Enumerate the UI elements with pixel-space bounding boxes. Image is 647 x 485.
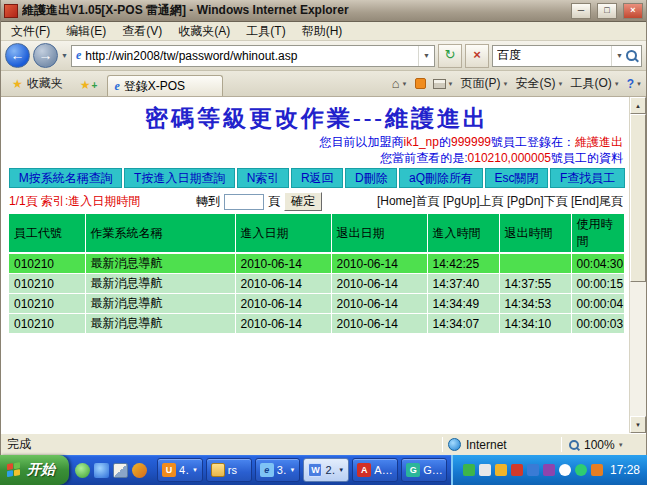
refresh-button[interactable]: ↻ <box>438 44 462 68</box>
forward-button[interactable]: → <box>33 43 58 68</box>
address-dropdown-icon[interactable]: ▼ <box>418 46 430 66</box>
windows-logo-icon <box>7 461 22 478</box>
maximize-button[interactable]: □ <box>597 3 617 19</box>
feed-icon <box>415 78 426 89</box>
confirm-button[interactable]: 確定 <box>284 192 322 211</box>
tray-icon-4[interactable] <box>511 464 523 476</box>
btn-index[interactable]: N索引 <box>237 168 289 188</box>
search-dropdown-icon[interactable]: ▼ <box>611 46 623 66</box>
cell: 00:00:04 <box>571 294 625 314</box>
tab-xpos-login[interactable]: e 登錄X-POS <box>107 75 223 96</box>
task-internet-explorer[interactable]: e 3 Interne... ▼ <box>255 458 301 482</box>
address-bar[interactable]: e ▼ <box>71 45 435 67</box>
search-icon[interactable] <box>623 48 641 64</box>
close-button[interactable]: × <box>623 3 643 19</box>
session-row[interactable]: 010210 最新消息導航 2010-06-14 2010-06-14 14:3… <box>9 314 625 334</box>
btn-delete[interactable]: D刪除 <box>345 168 397 188</box>
cell: 2010-06-14 <box>331 314 427 334</box>
start-button[interactable]: 开始 <box>0 455 69 485</box>
cell: 2010-06-14 <box>235 294 331 314</box>
col-usage-time: 使用時間 <box>571 214 625 253</box>
cell: 最新消息導航 <box>85 274 235 294</box>
minimize-button[interactable]: ─ <box>571 3 591 19</box>
taskbar-clock[interactable]: 17:28 <box>607 463 640 477</box>
quicklaunch-show-desktop-icon[interactable] <box>113 463 128 478</box>
favorites-button[interactable]: ★ 收藏夹 <box>5 73 70 96</box>
feeds-button[interactable] <box>415 78 426 89</box>
tray-icon-2[interactable] <box>479 464 491 476</box>
btn-find-employee[interactable]: F查找員工 <box>550 168 625 188</box>
search-input[interactable] <box>493 49 611 63</box>
safety-menu-button[interactable]: 安全(S) ▼ <box>515 75 563 92</box>
tray-icon-5[interactable] <box>527 464 539 476</box>
print-button[interactable]: ▼ <box>433 79 454 89</box>
btn-search-by-date[interactable]: T按進入日期查詢 <box>124 168 235 188</box>
quicklaunch-ie-icon[interactable] <box>94 463 109 478</box>
session-row[interactable]: 010210 最新消息導航 2010-06-14 2010-06-14 14:3… <box>9 294 625 314</box>
tray-icon-1[interactable] <box>463 464 475 476</box>
login-info-text: 您目前以加盟商 <box>320 135 404 149</box>
help-menu-button[interactable]: ? ▼ <box>627 77 642 91</box>
tray-icon-9[interactable] <box>591 464 603 476</box>
zone-label: Internet <box>466 438 507 452</box>
page-menu-button[interactable]: 页面(P) ▼ <box>461 75 509 92</box>
quicklaunch-media-icon[interactable] <box>132 463 147 478</box>
address-input[interactable] <box>85 49 414 63</box>
titlebar[interactable]: 維護進出V1.05[X-POS 雷通網] - Windows Internet … <box>1 0 646 22</box>
session-row[interactable]: 010210 最新消息導航 2010-06-14 2010-06-14 14:4… <box>9 253 625 274</box>
action-toolbar: M按系統名稱查詢 T按進入日期查詢 N索引 R返回 D刪除 aQ刪除所有 Esc… <box>9 168 625 188</box>
page-content: 密碼等級更改作業---維護進出 您目前以加盟商ik1_np的999999號員工登… <box>1 96 646 433</box>
task-label: Adobe Dr... <box>374 464 393 476</box>
scroll-up-icon[interactable]: ▲ <box>630 97 646 114</box>
scrollbar-track[interactable] <box>630 282 646 416</box>
add-favorite-button[interactable]: ★ + <box>73 76 105 96</box>
stop-button[interactable]: × <box>465 44 489 68</box>
zoom-control[interactable]: 100% ▼ <box>567 438 643 452</box>
menu-file[interactable]: 文件(F) <box>3 21 58 42</box>
home-button[interactable]: ⌂ ▼ <box>392 76 408 91</box>
btn-close[interactable]: Esc關閉 <box>485 168 548 188</box>
tab-label: 登錄X-POS <box>124 78 185 95</box>
menu-edit[interactable]: 编辑(E) <box>58 21 114 42</box>
menu-favorites[interactable]: 收藏夹(A) <box>170 21 238 42</box>
search-box[interactable]: ▼ <box>492 45 642 67</box>
task-globalscape[interactable]: G GlobalSC... <box>401 458 447 482</box>
help-icon: ? <box>627 77 634 91</box>
task-adobe[interactable]: A Adobe Dr... <box>352 458 398 482</box>
history-dropdown-icon[interactable]: ▼ <box>61 52 68 59</box>
session-row[interactable]: 010210 最新消息導航 2010-06-14 2010-06-14 14:3… <box>9 274 625 294</box>
tray-icon-3[interactable] <box>495 464 507 476</box>
scroll-down-icon[interactable]: ▼ <box>630 416 646 433</box>
tools-menu-button[interactable]: 工具(O) ▼ <box>570 75 619 92</box>
tray-icon-6[interactable] <box>543 464 555 476</box>
start-label: 开始 <box>27 461 55 479</box>
menu-view[interactable]: 查看(V) <box>114 21 170 42</box>
task-rs-folder[interactable]: rs <box>206 458 252 482</box>
menu-tools[interactable]: 工具(T) <box>238 21 293 42</box>
btn-search-by-system[interactable]: M按系統名稱查詢 <box>9 168 122 188</box>
back-button[interactable]: ← <box>5 43 30 68</box>
menu-help[interactable]: 帮助(H) <box>294 21 351 42</box>
goto-unit-label: 頁 <box>268 193 280 210</box>
task-microsoft-word[interactable]: W 2 Micros... ▼ <box>303 458 349 482</box>
task-sina-uc[interactable]: U 4 新浪UC ▼ <box>157 458 203 482</box>
pager-status: 1/1頁 索引:進入日期時間 <box>9 193 140 210</box>
safety-menu-dropdown-icon: ▼ <box>557 81 563 87</box>
tray-icon-8[interactable] <box>575 464 587 476</box>
view-info-text: 號員工的資料 <box>551 151 623 165</box>
scrollbar-thumb[interactable] <box>630 114 646 282</box>
tray-icon-7[interactable] <box>559 464 571 476</box>
task-group-dropdown-icon: ▼ <box>290 467 296 473</box>
btn-return[interactable]: R返回 <box>291 168 343 188</box>
login-info-line: 您目前以加盟商ik1_np的999999號員工登錄在：維護進出 <box>9 134 625 150</box>
goto-page-input[interactable] <box>224 194 264 210</box>
sessions-table: 員工代號 作業系統名稱 進入日期 退出日期 進入時間 退出時間 使用時間 010… <box>9 214 625 334</box>
vertical-scrollbar[interactable]: ▲ ▼ <box>629 97 646 433</box>
security-zone: Internet <box>448 438 556 452</box>
printer-icon <box>433 79 446 89</box>
btn-delete-all[interactable]: aQ刪除所有 <box>399 168 482 188</box>
merchant-id: ik1_np <box>404 135 439 149</box>
print-dropdown-icon: ▼ <box>448 81 454 87</box>
quicklaunch-messenger-icon[interactable] <box>75 463 90 478</box>
zoom-dropdown-icon[interactable]: ▼ <box>618 442 624 448</box>
